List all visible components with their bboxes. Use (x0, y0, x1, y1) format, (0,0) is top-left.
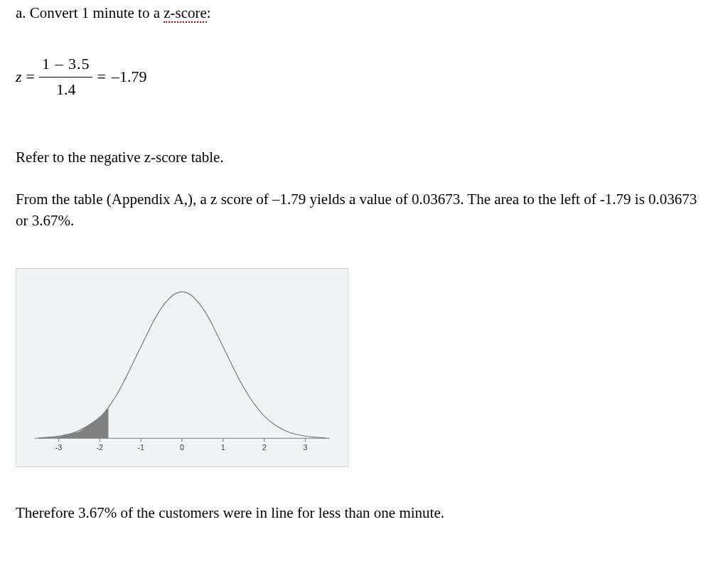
z-equation: z = 1 – 3.5 1.4 = –1.79 (16, 53, 712, 101)
eq-numerator: 1 – 3.5 (39, 53, 93, 78)
svg-text:2: 2 (262, 443, 267, 452)
svg-text:3: 3 (304, 443, 308, 452)
eq-equals-1: = (26, 66, 35, 88)
eq-result: –1.79 (112, 66, 147, 88)
chart-svg: -3-2-10123 (16, 269, 348, 467)
paragraph-table-result: From the table (Appendix A,), a z score … (16, 189, 712, 231)
svg-text:-2: -2 (96, 443, 103, 452)
heading-suffix: : (207, 4, 211, 21)
question-heading: a. Convert 1 minute to a z-score: (16, 3, 712, 23)
heading-zscore: z-score (164, 4, 207, 23)
svg-text:-3: -3 (55, 443, 63, 452)
heading-prefix: a. Convert 1 minute to a (16, 4, 164, 21)
svg-text:0: 0 (180, 443, 184, 452)
eq-equals-2: = (97, 66, 105, 88)
eq-denominator: 1.4 (53, 78, 79, 101)
normal-distribution-chart: -3-2-10123 (16, 268, 348, 467)
paragraph-refer: Refer to the negative z-score table. (16, 147, 712, 168)
conclusion-text: Therefore 3.67% of the customers were in… (16, 503, 712, 523)
svg-text:-1: -1 (137, 443, 144, 452)
svg-text:1: 1 (221, 443, 225, 452)
eq-fraction: 1 – 3.5 1.4 (39, 53, 93, 101)
eq-variable: z (16, 66, 22, 88)
